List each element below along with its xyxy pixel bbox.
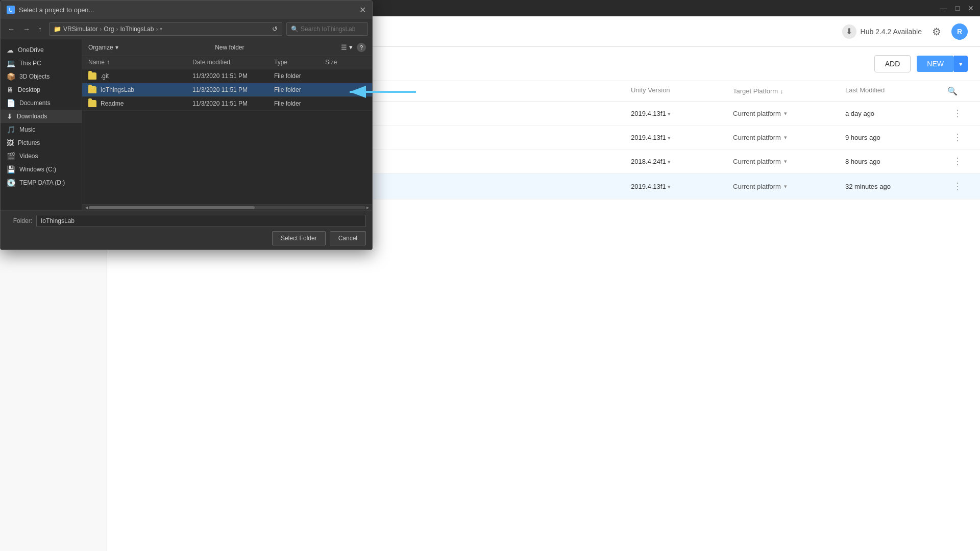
folder-input[interactable] [36, 215, 366, 227]
dialog-title-left: U Select a project to open... [7, 6, 94, 14]
close-button[interactable]: ✕ [968, 4, 974, 12]
platform-cell: Current platform ▾ [733, 110, 845, 117]
onedrive-icon: ☁ [7, 46, 14, 54]
version-dropdown-arrow[interactable]: ▾ [668, 111, 671, 117]
up-button[interactable]: ↑ [35, 23, 45, 35]
documents-icon: 📄 [7, 99, 15, 107]
dialog-buttons: Select Folder Cancel [7, 231, 366, 245]
forward-button[interactable]: → [20, 23, 33, 35]
search-icon: 🔍 [291, 26, 299, 33]
version-dropdown-arrow[interactable]: ▾ [668, 159, 671, 165]
file-row[interactable]: Readme 11/3/2020 11:51 PM File folder [82, 97, 372, 111]
sidebar-item-onedrive[interactable]: ☁ OneDrive [1, 43, 82, 57]
dialog-title: Select a project to open... [19, 6, 94, 14]
path-segment-folder-icon: 📁 [54, 26, 61, 33]
minimize-button[interactable]: — [940, 4, 947, 12]
path-segment-vrsimulator[interactable]: VRSimulator [63, 26, 97, 33]
path-dropdown-button[interactable]: ▾ [160, 26, 162, 32]
col-date-header[interactable]: Date modified [192, 59, 274, 66]
search-bar[interactable]: 🔍 [286, 22, 368, 36]
help-icon[interactable]: ? [357, 43, 366, 52]
view-icon[interactable]: ☰ [341, 43, 347, 51]
sidebar-item-downloads[interactable]: ⬇ Downloads [1, 110, 82, 123]
col-target-platform[interactable]: Target Platform ↓ [733, 86, 845, 96]
dialog-close-button[interactable]: ✕ [359, 5, 366, 15]
sidebar-item-3dobjects[interactable]: 📦 3D Objects [1, 70, 82, 83]
view-dropdown-icon[interactable]: ▾ [349, 43, 353, 51]
file-row[interactable]: IoThingsLab 11/3/2020 11:51 PM File fold… [82, 83, 372, 97]
last-modified-cell: 8 hours ago [845, 158, 947, 165]
horizontal-scrollbar[interactable]: ◂ ▸ [82, 204, 372, 210]
last-modified-cell: 32 minutes ago [845, 183, 947, 190]
more-options-button[interactable]: ⋮ [947, 132, 968, 143]
col-name-header[interactable]: Name ↑ [88, 59, 192, 66]
file-type: File folder [274, 86, 325, 93]
new-button[interactable]: NEW [917, 56, 954, 72]
file-row[interactable]: .git 11/3/2020 11:51 PM File folder [82, 69, 372, 83]
sidebar-label-windows-c: Windows (C:) [19, 166, 56, 173]
file-dialog: U Select a project to open... ✕ ← → ↑ 📁 … [0, 0, 373, 250]
settings-gear-icon[interactable]: ⚙ [932, 26, 941, 38]
dialog-footer: Folder: Select Folder Cancel [1, 210, 372, 249]
path-sep-3: › [156, 26, 158, 33]
platform-value: Current platform [733, 134, 781, 141]
unity-version-cell: 2019.4.13f1 ▾ [631, 134, 733, 141]
sidebar-item-documents[interactable]: 📄 Documents [1, 96, 82, 110]
organize-label: Organize [88, 44, 113, 51]
scrollbar-thumb[interactable] [89, 206, 255, 209]
last-modified-cell: 9 hours ago [845, 134, 947, 141]
avatar[interactable]: R [951, 23, 968, 40]
sidebar-item-windows-c[interactable]: 💾 Windows (C:) [1, 163, 82, 176]
sidebar-item-temp-data[interactable]: 💽 TEMP DATA (D:) [1, 176, 82, 189]
update-badge[interactable]: ⬇ Hub 2.4.2 Available [842, 24, 922, 39]
platform-dropdown-arrow[interactable]: ▾ [784, 134, 787, 141]
folder-icon [88, 100, 96, 107]
file-name-cell: Readme [88, 100, 192, 107]
sidebar-label-music: Music [19, 126, 35, 133]
select-folder-button[interactable]: Select Folder [272, 231, 326, 245]
view-buttons: ☰ ▾ ? [341, 43, 366, 52]
col-name-label: Name [88, 59, 105, 66]
dialog-unity-icon: U [7, 6, 15, 14]
folder-icon [88, 72, 96, 80]
add-button[interactable]: ADD [874, 55, 911, 72]
sidebar-item-videos[interactable]: 🎬 Videos [1, 149, 82, 163]
folder-input-row: Folder: [7, 215, 366, 227]
sidebar-item-desktop[interactable]: 🖥 Desktop [1, 83, 82, 96]
back-button[interactable]: ← [5, 23, 18, 35]
path-segment-org[interactable]: Org [104, 26, 114, 33]
new-folder-button[interactable]: New folder [215, 44, 244, 51]
more-options-button[interactable]: ⋮ [947, 108, 968, 119]
scrollbar-track[interactable] [89, 206, 365, 209]
more-options-button[interactable]: ⋮ [947, 156, 968, 167]
sort-asc-icon: ↑ [107, 59, 110, 66]
file-date: 11/3/2020 11:51 PM [192, 100, 274, 107]
organize-button[interactable]: Organize ▾ [88, 44, 118, 51]
new-dropdown-button[interactable]: ▾ [954, 56, 968, 72]
platform-dropdown-arrow[interactable]: ▾ [784, 158, 787, 165]
platform-dropdown-arrow[interactable]: ▾ [784, 110, 787, 117]
more-options-button[interactable]: ⋮ [947, 181, 968, 192]
scroll-right-button[interactable]: ▸ [365, 205, 370, 210]
music-icon: 🎵 [7, 126, 15, 134]
sidebar-label-temp-data: TEMP DATA (D:) [19, 179, 65, 186]
search-icon[interactable]: 🔍 [947, 87, 958, 95]
cancel-button[interactable]: Cancel [330, 231, 366, 245]
platform-cell: Current platform ▾ [733, 134, 845, 141]
col-type-header[interactable]: Type [274, 59, 325, 66]
version-dropdown-arrow[interactable]: ▾ [668, 135, 671, 141]
sidebar-item-pictures[interactable]: 🖼 Pictures [1, 136, 82, 149]
col-size-header[interactable]: Size [325, 59, 366, 66]
scroll-left-button[interactable]: ◂ [84, 205, 89, 210]
refresh-button[interactable]: ↺ [272, 25, 278, 33]
last-modified-cell: a day ago [845, 110, 947, 117]
col-search[interactable]: 🔍 [947, 86, 968, 96]
search-input[interactable] [301, 26, 363, 33]
sidebar-item-thispc[interactable]: 💻 This PC [1, 57, 82, 70]
maximize-button[interactable]: □ [955, 4, 960, 12]
platform-dropdown-arrow[interactable]: ▾ [784, 183, 787, 190]
path-segment-iothingslab[interactable]: IoThingsLab [120, 26, 154, 33]
platform-cell: Current platform ▾ [733, 183, 845, 190]
sidebar-item-music[interactable]: 🎵 Music [1, 123, 82, 136]
version-dropdown-arrow[interactable]: ▾ [668, 184, 671, 190]
